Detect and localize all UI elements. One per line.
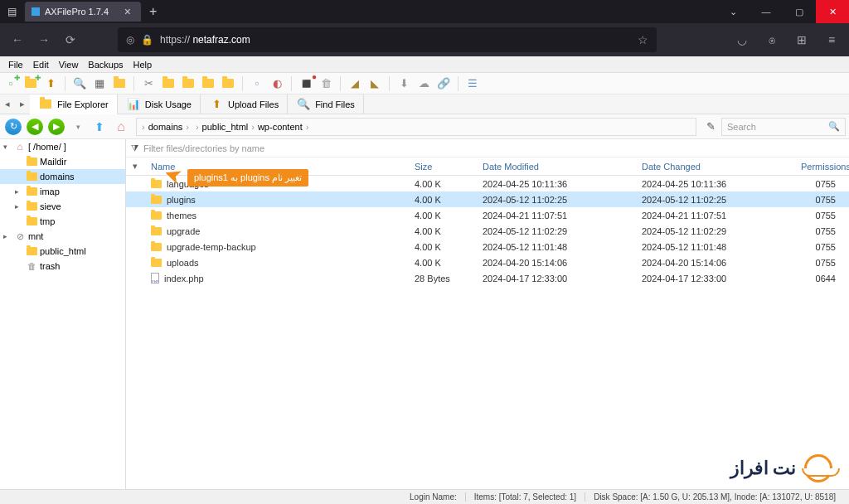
link-icon[interactable]: 🔗 <box>436 76 451 91</box>
table-row[interactable]: upgrade-temp-backup4.00 K2024-05-12 11:0… <box>126 239 849 254</box>
folder-icon <box>151 259 162 267</box>
stop-icon[interactable]: ⬛● <box>298 76 313 91</box>
address-bar[interactable]: ◎ 🔒 https:// netafraz.com ☆ <box>118 27 657 52</box>
column-menu-icon[interactable]: ▾ <box>126 161 144 172</box>
tab-upload-files[interactable]: ⬆Upload Files <box>201 94 288 114</box>
tab-disk-usage[interactable]: 📊Disk Usage <box>118 94 201 114</box>
pocket-icon[interactable]: ◡ <box>730 27 754 52</box>
compress-icon[interactable]: ▫ <box>250 76 264 91</box>
table-row[interactable]: plugins4.00 K2024-05-12 11:02:252024-05-… <box>126 191 849 207</box>
nav-forward-button[interactable]: ▶ <box>46 117 66 137</box>
tab-close-icon[interactable]: × <box>121 5 134 18</box>
breadcrumb-segment[interactable]: public_html <box>202 122 249 132</box>
tree-item-public_html[interactable]: public_html <box>0 244 125 259</box>
extract-icon[interactable]: ◣ <box>367 76 382 91</box>
download-icon[interactable]: ⬇ <box>396 76 411 91</box>
folder-icon <box>27 172 37 181</box>
edit-path-icon[interactable]: ✎ <box>701 120 720 133</box>
app-toolbar: ▫✚ ✚ ⬆ 🔍 ▦ ✂ ▫ ◐ ⬛● 🗑 ◢ ◣ ⬇ ☁ 🔗 ☰ <box>0 73 849 94</box>
maximize-button[interactable]: ▢ <box>783 0 816 23</box>
minimize-button[interactable]: ― <box>750 0 783 23</box>
new-folder-icon[interactable]: ✚ <box>23 76 38 91</box>
new-file-icon[interactable]: ▫✚ <box>3 76 18 91</box>
cut-icon[interactable]: ✂ <box>141 76 156 91</box>
search-icon[interactable]: 🔍 <box>72 76 87 91</box>
select-all-icon[interactable]: ▦ <box>92 76 107 91</box>
home-icon[interactable]: ⌂ <box>111 117 131 137</box>
folder-icon <box>151 227 162 235</box>
search-icon[interactable]: 🔍 <box>828 121 840 132</box>
folder-icon <box>27 202 37 211</box>
favicon <box>32 7 40 16</box>
logo-mark-icon <box>804 454 832 482</box>
extensions-icon[interactable]: ⊞ <box>789 27 814 52</box>
app-menu-icon[interactable]: ≡ <box>819 27 844 52</box>
browser-titlebar: ▤ AXFilePro 1.7.4 × + ⌄ ― ▢ ✕ <box>0 0 849 23</box>
table-row[interactable]: index.php28 Bytes2024-04-17 12:33:002024… <box>126 270 849 286</box>
reload-button[interactable]: ⟳ <box>58 27 83 52</box>
tab-find-files[interactable]: 🔍Find Files <box>288 94 364 114</box>
brand-logo: نت‌ افراز <box>730 454 833 482</box>
search-input[interactable]: Search🔍 <box>721 118 846 136</box>
filter-icon[interactable]: ⧩ <box>131 143 138 153</box>
tab-next-icon[interactable]: ▸ <box>15 99 30 109</box>
forward-button[interactable]: → <box>32 27 56 52</box>
tree-root[interactable]: ▾ ⌂ [ /home/ ] <box>0 139 125 154</box>
table-row[interactable]: uploads4.00 K2024-04-20 15:14:062024-04-… <box>126 254 849 270</box>
menu-edit[interactable]: Edit <box>28 58 54 71</box>
menu-backups[interactable]: Backups <box>83 58 128 71</box>
nav-back-button[interactable]: ◀ <box>25 117 45 137</box>
status-items: Items: [Total: 7, Selected: 1] <box>465 492 585 502</box>
tree-item-imap[interactable]: ▸imap <box>0 184 125 199</box>
filter-input[interactable]: Filter files/directories by name <box>143 143 264 153</box>
dropdown-icon[interactable]: ▾ <box>68 117 88 137</box>
trash-icon: 🗑 <box>27 261 36 271</box>
folder-icon <box>27 187 37 196</box>
menu-help[interactable]: Help <box>129 58 158 71</box>
back-button[interactable]: ← <box>5 27 30 52</box>
archive-icon[interactable]: ◢ <box>347 76 362 91</box>
tree-item-Maildir[interactable]: Maildir <box>0 154 125 169</box>
folder-icon <box>151 243 162 251</box>
tree-item-sieve[interactable]: ▸sieve <box>0 199 125 214</box>
close-window-button[interactable]: ✕ <box>816 0 849 23</box>
folder-icon <box>27 217 37 225</box>
tree-item-trash[interactable]: 🗑trash <box>0 259 125 274</box>
breadcrumb-segment[interactable]: domains <box>148 122 183 132</box>
app-menubar: FileEditViewBackupsHelp <box>0 56 849 73</box>
menu-file[interactable]: File <box>3 58 28 71</box>
sidebar-tree: ▾ ⌂ [ /home/ ] Maildirdomains▸imap▸sieve… <box>0 139 126 489</box>
upload-icon[interactable]: ⬆ <box>43 76 58 91</box>
breadcrumb-segment[interactable]: wp-content <box>258 122 303 132</box>
delete-icon[interactable]: 🗑 <box>318 76 333 91</box>
table-row[interactable]: themes4.00 K2024-04-21 11:07:512024-04-2… <box>126 207 849 223</box>
status-bar: Login Name: Items: [Total: 7, Selected: … <box>0 489 849 504</box>
up-level-button[interactable]: ⬆ <box>90 117 109 137</box>
browser-tab[interactable]: AXFilePro 1.7.4 × <box>25 2 141 22</box>
tree-item-mnt[interactable]: ▸⊘mnt <box>0 229 125 244</box>
refresh-folder-icon[interactable] <box>112 76 127 91</box>
tab-file-explorer[interactable]: File Explorer <box>30 94 118 114</box>
move-icon[interactable] <box>201 76 216 91</box>
sync-icon[interactable]: ↻ <box>3 117 23 137</box>
list-view-icon[interactable]: ☰ <box>465 76 480 91</box>
window-menu-icon[interactable]: ▤ <box>0 6 23 17</box>
chevron-down-icon[interactable]: ⌄ <box>716 0 750 23</box>
status-disk: Disk Space: [A: 1.50 G, U: 205.13 M], In… <box>585 492 844 502</box>
table-row[interactable]: upgrade4.00 K2024-05-12 11:02:292024-05-… <box>126 223 849 239</box>
shield-icon: ◎ <box>126 34 134 46</box>
copy-icon[interactable] <box>161 76 176 91</box>
bookmark-star-icon[interactable]: ☆ <box>638 33 648 46</box>
tab-prev-icon[interactable]: ◂ <box>0 99 15 109</box>
breadcrumb[interactable]: ›domains››public_html›wp-content› <box>136 118 696 136</box>
tree-item-tmp[interactable]: tmp <box>0 214 125 229</box>
annotation-callout: تغییر نام plugins به plugins1 <box>187 169 308 187</box>
cloud-icon[interactable]: ☁ <box>416 76 431 91</box>
permissions-icon[interactable]: ◐ <box>269 76 284 91</box>
paste-icon[interactable] <box>181 76 196 91</box>
account-icon[interactable]: ⍟ <box>759 27 784 52</box>
rename-icon[interactable] <box>221 76 235 91</box>
menu-view[interactable]: View <box>54 58 84 71</box>
new-tab-button[interactable]: + <box>141 4 165 19</box>
tree-item-domains[interactable]: domains <box>0 169 125 184</box>
